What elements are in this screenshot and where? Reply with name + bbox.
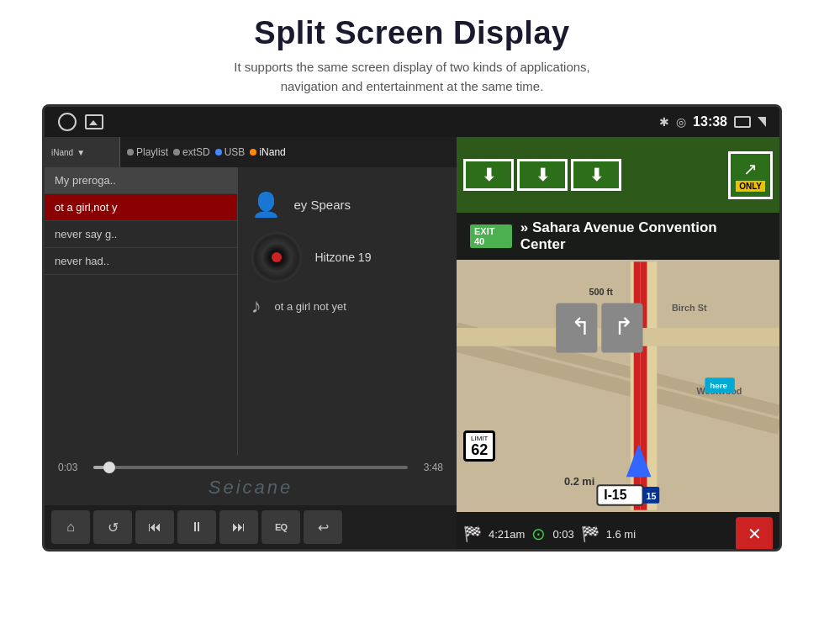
page-title: Split Screen Display [0,15,824,51]
svg-text:↰: ↰ [571,314,590,340]
dropdown-arrow-icon: ▼ [77,148,85,157]
nav-close-button[interactable]: ✕ [736,517,773,549]
nav-direction: » Sahara Avenue Convention Center [520,219,766,253]
clock-icon: ⊙ [531,524,546,544]
repeat-button[interactable]: ↺ [93,510,132,544]
exit-badge: EXIT 40 [470,224,512,248]
nav-bottom-bar: 🏁 4:21am ⊙ 0:03 🏁 1.6 mi ✕ [457,512,779,549]
svg-text:15: 15 [646,491,656,501]
source-tab-extsd[interactable]: extSD [173,146,210,158]
artist-name: ey Spears [294,198,351,212]
music-panel: iNand ▼ Playlist extSD USB [45,137,457,549]
elapsed-time: 0:03 [552,528,573,541]
artist-row: 👤 ey Spears [251,191,444,219]
status-right: ✱ ◎ 13:38 [659,114,766,129]
page-subtitle: It supports the same screen display of t… [0,58,824,96]
home-circle-icon [58,113,77,131]
arrow-down-icon-3: ⬇ [589,165,604,185]
svg-text:0.2 mi: 0.2 mi [564,475,594,488]
arrow-down-icon-2: ⬇ [536,165,550,185]
dot-extsd [173,149,180,156]
eq-button[interactable]: EQ [261,510,300,544]
seicane-watermark: Seicane [58,477,443,499]
time-current: 0:03 [58,462,85,473]
map-area: Birch St Westwood 500 ft ↰ ↱ here [457,260,779,512]
speed-number: 62 [471,442,488,457]
list-item[interactable]: never say g.. [45,221,237,248]
source-label: iNand [51,148,73,157]
vinyl-disc-icon [251,232,302,282]
status-left [58,113,103,131]
home-button[interactable]: ⌂ [51,510,90,544]
only-label: ONLY [736,181,765,192]
list-item-active[interactable]: ot a girl,not y [45,194,237,221]
speed-limit-sign: LIMIT 62 [463,430,495,462]
source-tabs: Playlist extSD USB iNand [120,146,457,158]
controls-bar: ⌂ ↺ ⏮ ⏸ ⏭ EQ ↩ [45,505,457,549]
nav-panel: ⬇ ⬇ ⬇ ↗ ONLY EXIT 40 » Sahara Avenue Con… [457,137,779,549]
source-tab-playlist[interactable]: Playlist [127,146,168,158]
playlist: My preroga.. ot a girl,not y never say g… [45,167,238,455]
highway-sign-2: ⬇ [517,159,568,191]
highway-signs: ⬇ ⬇ ⬇ ↗ ONLY [457,137,779,213]
main-area: iNand ▼ Playlist extSD USB [45,137,779,549]
map-svg: Birch St Westwood 500 ft ↰ ↱ here [457,260,779,512]
progress-bar-container: 0:03 3:48 [58,462,443,473]
progress-thumb [103,462,115,473]
remaining-distance: 1.6 mi [606,528,636,541]
image-icon [85,114,103,129]
play-pause-button[interactable]: ⏸ [177,510,216,544]
prev-button[interactable]: ⏮ [135,510,174,544]
progress-track[interactable] [93,466,408,469]
svg-text:Birch St: Birch St [672,303,707,313]
page-header: Split Screen Display It supports the sam… [0,0,824,104]
album-name: Hitzone 19 [315,251,372,264]
person-icon: 👤 [251,191,281,219]
now-playing: 👤 ey Spears Hitzone 19 ♪ ot a girl not y… [238,167,457,455]
status-bar: ✱ ◎ 13:38 [45,107,779,137]
flag-start-icon: 🏁 [463,525,482,543]
arrow-up-right-icon: ↗ [743,159,758,179]
status-time: 13:38 [693,114,727,129]
highway-sign-1: ⬇ [463,159,514,191]
arrival-time: 4:21am [489,528,525,541]
svg-text:here: here [710,381,727,390]
list-item[interactable]: never had.. [45,248,237,275]
window-icon [734,116,751,128]
panel-body: My preroga.. ot a girl,not y never say g… [45,167,457,455]
source-row: iNand ▼ Playlist extSD USB [45,137,457,167]
nav-banner: EXIT 40 » Sahara Avenue Convention Cente… [457,213,779,260]
song-title: ot a girl not yet [275,300,346,313]
next-button[interactable]: ⏭ [219,510,258,544]
music-note-icon: ♪ [251,294,261,318]
source-tab-inand[interactable]: iNand [250,146,285,158]
album-row: Hitzone 19 [251,232,444,282]
svg-text:↱: ↱ [614,314,633,340]
back-button[interactable]: ↩ [304,510,342,544]
svg-text:500 ft: 500 ft [589,287,614,297]
back-icon [758,117,766,127]
dot-playlist [127,149,134,156]
time-total: 3:48 [416,462,443,473]
highway-sign-3: ⬇ [571,159,621,191]
location-icon: ◎ [676,115,686,129]
list-item[interactable]: My preroga.. [45,167,237,194]
dot-inand [250,149,256,156]
flag-end-icon: 🏁 [581,525,600,543]
source-tab-usb[interactable]: USB [215,146,246,158]
source-dropdown[interactable]: iNand ▼ [45,137,120,167]
arrow-down-icon: ⬇ [482,165,496,185]
bluetooth-icon: ✱ [659,115,669,129]
dot-usb [215,149,222,156]
only-sign: ↗ ONLY [728,151,773,199]
song-row: ♪ ot a girl not yet [251,294,444,318]
device-frame: ✱ ◎ 13:38 iNand ▼ Playlist [42,104,782,552]
progress-area: 0:03 3:48 Seicane [45,455,457,505]
svg-text:I-15: I-15 [604,488,626,502]
